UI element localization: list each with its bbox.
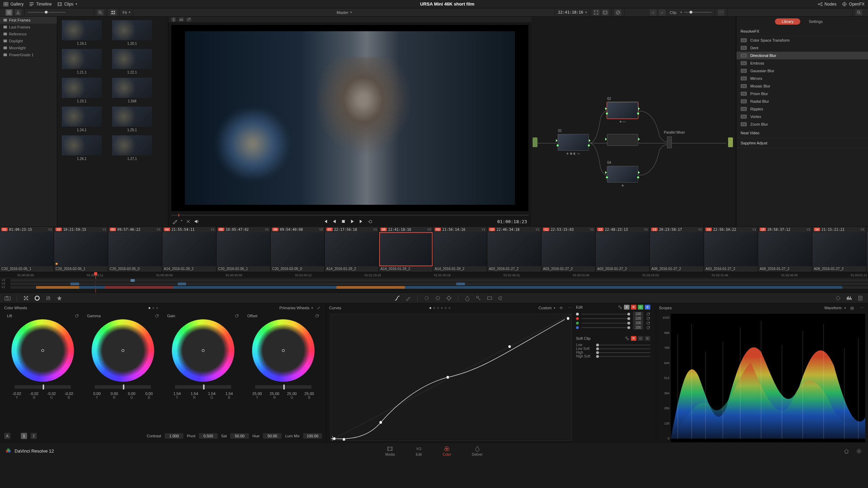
wheel-value[interactable]: 1.54 (169, 392, 185, 396)
fx-item[interactable]: FXMosaic Blur (736, 82, 868, 90)
fx-item[interactable]: FXMirrors (736, 75, 868, 82)
play-button[interactable] (350, 219, 355, 224)
wheel-indicator[interactable] (282, 349, 285, 352)
fx-section-sapphire[interactable]: Sapphire Adjust (736, 138, 868, 148)
color-wheel[interactable] (172, 319, 234, 382)
nodes-panel[interactable]: 01 ◈ ◉ ◐ ▭ 02 ◈ ▭ 03 04 ◈ (531, 17, 736, 226)
wheel-value[interactable]: -0.02 (44, 392, 59, 396)
split-view-button[interactable]: ▭ (179, 17, 184, 22)
wheel-value[interactable]: -0.02 (61, 392, 76, 396)
page-2-button[interactable]: 2 (31, 433, 37, 439)
timeline-clip[interactable]: 1720:44:10:09V1A08_2016-01-27_2 (867, 227, 868, 272)
master-wheel-strip[interactable] (15, 385, 70, 389)
nav-color[interactable]: Color (443, 446, 451, 456)
link-icon[interactable] (625, 336, 629, 341)
link-icon[interactable] (618, 305, 623, 310)
curves-graph[interactable] (331, 314, 572, 441)
clips-menu[interactable]: Clips ▾ (57, 2, 77, 7)
wheel-indicator[interactable] (202, 349, 205, 352)
lummix-input[interactable] (303, 433, 322, 439)
master-wheel-strip[interactable] (175, 385, 231, 389)
reset-icon[interactable] (646, 321, 650, 325)
stop-button[interactable] (341, 219, 346, 224)
page-dots[interactable] (429, 307, 450, 309)
single-view-button[interactable] (602, 9, 609, 16)
channel-value[interactable]: 100 (633, 321, 643, 325)
reset-icon[interactable] (235, 314, 239, 318)
timeline-clip[interactable]: 1122:53:15:03V1A03_2016-01-27_2 (542, 227, 595, 272)
page-a-button[interactable]: A (4, 433, 10, 439)
key-button[interactable] (475, 295, 482, 302)
timeline-clip[interactable]: 0822:41:18:16V2A14_2016-01-28_2 (379, 227, 433, 272)
last-frame-button[interactable] (359, 219, 364, 224)
gallery-thumb[interactable]: 1.21.1 (60, 49, 103, 74)
fx-section-neat[interactable]: Neat Video (736, 128, 868, 138)
hue-input[interactable] (263, 433, 282, 439)
viewer-scrubber[interactable] (171, 214, 528, 217)
rgb-mixer-button[interactable] (45, 295, 52, 302)
wheel-value[interactable]: 0.00 (141, 392, 157, 396)
curves-mode[interactable]: Custom (539, 306, 552, 310)
prev-node-button[interactable]: ‹ (650, 9, 657, 16)
image-wipe-button[interactable]: ▯ (171, 17, 176, 22)
timeline-clip[interactable]: 0609:54:40:08V2C20_2016-02-05_0 (271, 227, 324, 272)
sizing-button[interactable] (486, 295, 493, 302)
node-02[interactable]: 02 ◈ ▭ (607, 102, 638, 119)
graph-output[interactable] (728, 137, 733, 147)
export-still-button[interactable] (15, 9, 22, 16)
reset-icon[interactable] (155, 314, 159, 318)
fx-item[interactable]: FXZoom Blur (736, 120, 868, 128)
curves-reset[interactable]: ⟲ (557, 304, 564, 311)
gallery-folder[interactable]: PowerGrade 1 (0, 51, 57, 58)
page-dots[interactable] (149, 307, 158, 309)
master-wheel-strip[interactable] (256, 385, 311, 389)
scopes-button[interactable] (846, 295, 853, 302)
list-view-button[interactable] (6, 9, 12, 16)
reset-icon[interactable] (646, 326, 650, 330)
fx-tab-settings[interactable]: Settings (802, 18, 829, 25)
openfx-menu[interactable]: OpenFX (842, 2, 865, 7)
wheels-expand[interactable]: ⤢ (315, 304, 322, 311)
track-v1[interactable] (10, 286, 868, 289)
color-wheel[interactable] (252, 319, 315, 382)
gallery-thumb[interactable]: 1.27.1 (110, 135, 154, 161)
sc-channel-b[interactable]: B (645, 336, 650, 341)
motion-effects-button[interactable] (56, 295, 63, 302)
page-1-button[interactable]: 1 (21, 433, 27, 439)
sc-channel-r[interactable]: R (631, 336, 636, 341)
fx-item[interactable]: FXDent (736, 44, 868, 52)
parallel-mixer[interactable]: Parallel Mixer (667, 136, 672, 148)
contrast-input[interactable] (165, 433, 183, 439)
color-match-button[interactable] (23, 295, 30, 302)
fx-item[interactable]: FXRipples (736, 105, 868, 113)
nodes-menu[interactable]: Nodes (818, 2, 837, 7)
blur-button[interactable] (464, 295, 471, 302)
gallery-folder[interactable]: Reference (0, 31, 57, 37)
gallery-thumb[interactable]: 1.23.1 (60, 78, 103, 103)
keyframe-button[interactable] (835, 295, 842, 302)
stereo-button[interactable] (497, 295, 504, 302)
softclip-slider[interactable] (596, 356, 650, 357)
clip-label[interactable]: Clip (670, 10, 676, 15)
gallery-thumb[interactable]: 1.19.1 (60, 20, 103, 45)
reset-icon[interactable] (75, 314, 79, 318)
wheel-value[interactable]: 25.00 (284, 392, 300, 396)
channel-value[interactable]: 100 (633, 312, 643, 316)
fx-item[interactable]: FXGaussian Blur (736, 67, 868, 75)
timeline-clip[interactable]: 0722:17:56:18V1A14_2016-01-28_2 (325, 227, 378, 272)
nav-edit[interactable]: Edit (416, 446, 422, 456)
color-wheel[interactable] (92, 319, 154, 382)
channel-value[interactable]: 100 (633, 325, 643, 330)
channel-r[interactable]: R (631, 305, 636, 310)
timeline-clip[interactable]: 1422:56:34:22V1A03_2016-01-27_2 (704, 227, 758, 272)
fx-search-button[interactable] (856, 9, 862, 16)
fx-item[interactable]: FXVortex (736, 113, 868, 120)
softclip-slider[interactable] (596, 345, 650, 345)
timeline-clip[interactable]: 0309:57:46:22V1C20_2016-02-05_0 (108, 227, 162, 272)
node-options-button[interactable]: ⋯ (718, 9, 725, 16)
channel-g[interactable]: G (638, 305, 643, 310)
wheel-indicator[interactable] (122, 349, 124, 352)
fx-item[interactable]: FXRadial Blur (736, 98, 868, 105)
channel-y[interactable]: Y (624, 305, 629, 310)
scopes-mode[interactable]: Waveform (824, 306, 842, 310)
